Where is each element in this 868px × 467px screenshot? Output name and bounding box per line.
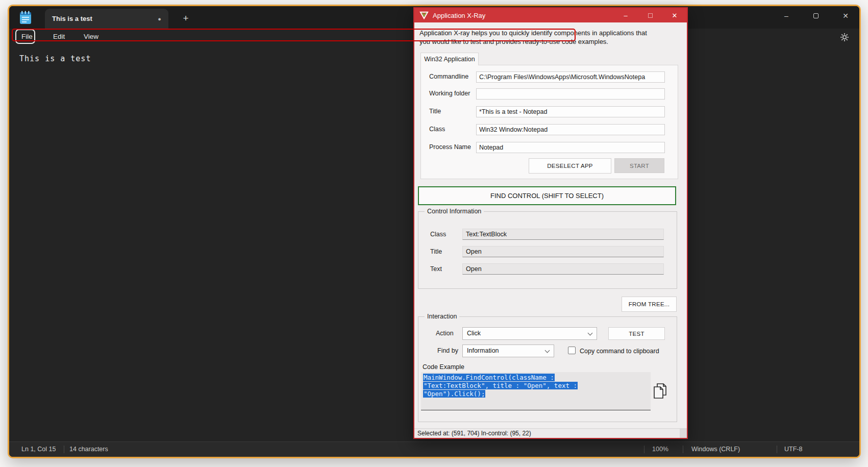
from-tree-button[interactable]: FROM TREE...: [622, 297, 677, 312]
class-label: Class: [429, 126, 445, 133]
code-line-3: "Open").Click();: [423, 390, 485, 398]
tab-title: This is a test: [52, 15, 92, 22]
divider: [683, 446, 683, 453]
control-information-group: Control Information Class Text:TextBlock…: [418, 211, 677, 289]
working-folder-field[interactable]: [476, 88, 665, 100]
status-cursor-position: Ln 1, Col 15: [21, 446, 56, 453]
notepad-close-button[interactable]: ✕: [840, 10, 851, 21]
ci-text-label: Text: [430, 265, 442, 273]
divider: [777, 446, 777, 453]
commandline-label: Commandline: [429, 73, 468, 80]
action-value: Click: [467, 330, 481, 337]
notepad-app-icon: [19, 11, 32, 24]
commandline-field[interactable]: C:\Program Files\WindowsApps\Microsoft.W…: [476, 71, 665, 83]
test-button[interactable]: TEST: [608, 327, 665, 340]
title-field[interactable]: *This is a test - Notepad: [476, 106, 665, 117]
notepad-minimize-button[interactable]: –: [781, 10, 792, 21]
findby-combobox[interactable]: Information: [462, 345, 554, 357]
ci-class-field[interactable]: Text:TextBlock: [462, 229, 664, 240]
menu-file[interactable]: File: [21, 33, 33, 40]
copy-code-icon[interactable]: [651, 381, 667, 401]
xray-close-button[interactable]: ✕: [662, 8, 687, 22]
notepad-tab[interactable]: This is a test ●: [45, 9, 168, 29]
start-button[interactable]: START: [614, 158, 664, 173]
unsaved-dot-icon: ●: [158, 16, 161, 22]
notepad-statusbar: Ln 1, Col 15 14 characters 100% Windows …: [9, 441, 859, 457]
status-zoom-level[interactable]: 100%: [652, 446, 668, 453]
maximize-icon: [648, 13, 653, 18]
xray-titlebar: Application X-Ray – ✕: [414, 8, 687, 22]
xray-window-title: Application X-Ray: [433, 12, 485, 19]
notepad-maximize-button[interactable]: [810, 10, 822, 21]
status-encoding[interactable]: UTF-8: [784, 446, 802, 453]
xray-logo-icon: [419, 11, 429, 19]
interaction-title: Interaction: [425, 313, 459, 320]
code-example-textbox[interactable]: MainWindow.FindControl(className : "Text…: [421, 372, 651, 410]
process-name-field[interactable]: Notepad: [476, 142, 665, 153]
title-label: Title: [429, 108, 441, 115]
status-character-count: 14 characters: [69, 446, 108, 453]
description-line-1: Application X-ray helps you to quickly i…: [419, 29, 680, 37]
xray-minimize-button[interactable]: –: [613, 8, 638, 22]
new-tab-button[interactable]: +: [179, 11, 193, 26]
maximize-icon: [813, 13, 819, 18]
xray-statusbar: Selected at: (591, 704) In-control: (95,…: [414, 428, 687, 438]
action-combobox[interactable]: Click: [462, 327, 597, 340]
resize-grip[interactable]: [680, 429, 687, 438]
ci-title-label: Title: [430, 248, 442, 255]
document-text: This is a test: [19, 54, 91, 63]
settings-gear-icon[interactable]: [840, 33, 849, 42]
chevron-down-icon: [545, 348, 550, 353]
interaction-group: Interaction Action Click TEST Find by In…: [418, 316, 677, 422]
code-example-label: Code Example: [423, 363, 464, 371]
divider: [64, 446, 64, 453]
description-line-2: you would like to test and provides read…: [419, 37, 680, 46]
code-line-1: MainWindow.FindControl(className :: [423, 374, 555, 381]
xray-description: Application X-ray helps you to quickly i…: [419, 29, 680, 46]
xray-maximize-button[interactable]: [638, 8, 662, 22]
menu-edit[interactable]: Edit: [53, 33, 65, 40]
deselect-app-button[interactable]: DESELECT APP: [529, 158, 611, 174]
working-folder-label: Working folder: [429, 90, 470, 97]
process-name-label: Process Name: [429, 143, 471, 151]
chevron-down-icon: [588, 331, 593, 336]
menu-view[interactable]: View: [84, 33, 98, 40]
copy-to-clipboard-label: Copy command to clipboard: [580, 348, 659, 355]
control-information-title: Control Information: [425, 208, 484, 215]
xray-status-text: Selected at: (591, 704) In-control: (95,…: [417, 430, 531, 437]
findby-label: Find by: [437, 347, 458, 354]
status-line-endings[interactable]: Windows (CRLF): [691, 446, 740, 453]
code-line-2: "Text:TextBlock", title : "Open", text :: [423, 382, 578, 389]
win32-application-panel: Commandline C:\Program Files\WindowsApps…: [420, 65, 678, 179]
xray-window: Application X-Ray – ✕ Application X-ray …: [413, 7, 688, 439]
divider: [644, 446, 644, 453]
action-label: Action: [436, 330, 454, 337]
findby-value: Information: [467, 347, 499, 354]
ci-title-field[interactable]: Open: [462, 246, 664, 257]
ci-class-label: Class: [430, 231, 446, 238]
find-control-button[interactable]: FIND CONTROL (SHIFT TO SELECT): [418, 186, 676, 205]
class-field[interactable]: Win32 Window:Notepad: [476, 124, 665, 135]
ci-text-field[interactable]: Open: [462, 263, 664, 275]
tab-win32-application[interactable]: Win32 Application: [420, 53, 479, 65]
copy-to-clipboard-checkbox[interactable]: [568, 347, 576, 354]
